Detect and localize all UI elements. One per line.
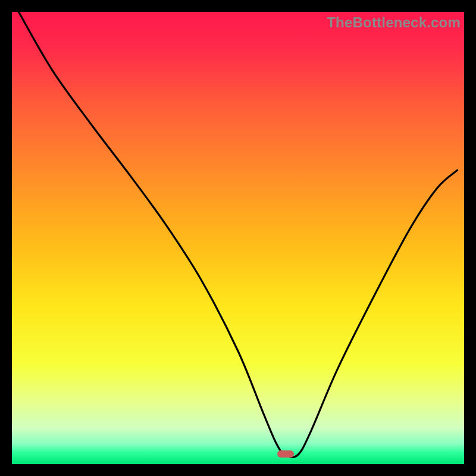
- chart-frame: TheBottleneck.com: [12, 12, 464, 464]
- gradient-background: [12, 12, 464, 464]
- optimum-marker: [277, 450, 294, 458]
- bottleneck-chart: [12, 12, 464, 464]
- watermark-text: TheBottleneck.com: [327, 14, 461, 31]
